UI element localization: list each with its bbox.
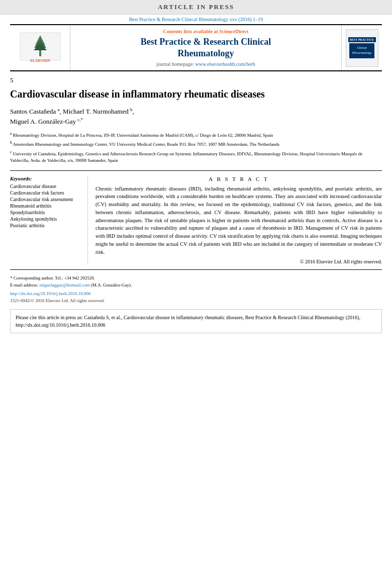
journal-homepage: journal homepage: www.elsevierhealth.com… bbox=[156, 61, 255, 67]
keywords-section: Keywords: Cardiovascular disease Cardiov… bbox=[10, 176, 88, 265]
keyword-6: Ankylosing spondylitis bbox=[10, 216, 82, 222]
banner-text: ARTICLE IN PRESS bbox=[158, 3, 234, 11]
issn-text: 1521-6942/© 2016 Elsevier Ltd. All right… bbox=[10, 298, 105, 303]
keyword-2: Cardiovascular risk factors bbox=[10, 190, 82, 196]
abstract-header: A B S T R A C T bbox=[95, 176, 382, 182]
sciencedirect-label: ScienceDirect bbox=[219, 29, 248, 34]
journal-title: Best Practice & Research Clinical Rheuma… bbox=[141, 36, 271, 60]
keyword-7: Psoriatic arthritis bbox=[10, 223, 82, 228]
svg-text:Rheumatology: Rheumatology bbox=[352, 51, 372, 54]
sciencedirect-line: Contents lists available at ScienceDirec… bbox=[163, 29, 249, 34]
affiliation-b: b Amsterdam Rheumatology and Immunology … bbox=[10, 140, 382, 148]
journal-header: ELSEVIER Contents lists available at Sci… bbox=[10, 24, 382, 71]
svg-text:Clinical: Clinical bbox=[357, 46, 366, 49]
journal-title-line2: Rheumatology bbox=[178, 48, 234, 58]
badge-logo-svg: Clinical Rheumatology bbox=[349, 43, 374, 58]
journal-name-box: Contents lists available at ScienceDirec… bbox=[70, 25, 342, 70]
svg-rect-1 bbox=[39, 50, 41, 56]
article-title: Cardiovascular disease in inflammatory r… bbox=[10, 87, 382, 101]
homepage-prefix: journal homepage: bbox=[156, 61, 195, 67]
journal-title-line1: Best Practice & Research Clinical bbox=[141, 37, 271, 47]
citation-text: Please cite this article in press as: Ca… bbox=[16, 315, 360, 328]
article-body: 5 Cardiovascular disease in inflammatory… bbox=[10, 71, 382, 264]
keywords-label: Keywords: bbox=[10, 176, 82, 181]
elsevier-logo-box: ELSEVIER bbox=[10, 25, 70, 70]
email-label: E-mail address: bbox=[10, 282, 38, 288]
badge-top: BEST PRACTICE bbox=[348, 37, 376, 42]
abstract-text: Chronic inflammatory rheumatic diseases … bbox=[95, 185, 382, 256]
article-in-press-banner: ARTICLE IN PRESS bbox=[0, 0, 392, 15]
svg-text:ELSEVIER: ELSEVIER bbox=[30, 58, 50, 63]
doi-text: http://dx.doi.org/10.1016/j.berh.2016.10… bbox=[10, 291, 91, 296]
corresponding-email[interactable]: miguelaggay@hotmail.com bbox=[39, 282, 89, 288]
divider-1 bbox=[10, 269, 382, 270]
email-suffix: (M.A. González-Gay). bbox=[91, 282, 132, 288]
keyword-3: Cardiovascular risk assessment bbox=[10, 197, 82, 202]
keyword-5: Spondyloarthritis bbox=[10, 210, 82, 215]
citation-box: Please cite this article in press as: Ca… bbox=[10, 309, 382, 333]
doi-line[interactable]: http://dx.doi.org/10.1016/j.berh.2016.10… bbox=[10, 291, 382, 298]
sciencedirect-prefix: Contents lists available at bbox=[163, 29, 220, 34]
homepage-url[interactable]: www.elsevierhealth.com/berh bbox=[195, 61, 255, 67]
authors-line: Santos Castañeda a, Michael T. Nurmohame… bbox=[10, 107, 382, 127]
copyright-line: © 2016 Elsevier Ltd. All rights reserved… bbox=[95, 259, 382, 264]
best-practice-badge: BEST PRACTICE Clinical Rheumatology bbox=[342, 25, 382, 70]
article-number: 5 bbox=[10, 76, 382, 84]
elsevier-logo-svg: ELSEVIER bbox=[18, 30, 63, 65]
keyword-4: Rheumatoid arthritis bbox=[10, 203, 82, 209]
abstract-section: A B S T R A C T Chronic inflammatory rhe… bbox=[95, 176, 382, 265]
corresponding-info: * Corresponding author. Tel.: +34 942 20… bbox=[10, 275, 382, 289]
badge-image: BEST PRACTICE Clinical Rheumatology bbox=[346, 29, 378, 67]
affiliation-a: a Rheumatology Division, Hospital de La … bbox=[10, 131, 382, 139]
keyword-1: Cardiovascular disease bbox=[10, 183, 82, 189]
affiliation-c: c University of Cantabria, Epidemiology,… bbox=[10, 149, 382, 164]
two-column-section: Keywords: Cardiovascular disease Cardiov… bbox=[10, 170, 382, 265]
journal-ref-line: Best Practice & Research Clinical Rheuma… bbox=[0, 15, 392, 23]
svg-rect-6 bbox=[349, 43, 374, 58]
affiliations: a Rheumatology Division, Hospital de La … bbox=[10, 131, 382, 164]
journal-ref-text: Best Practice & Research Clinical Rheuma… bbox=[129, 17, 263, 22]
issn-line: 1521-6942/© 2016 Elsevier Ltd. All right… bbox=[10, 298, 382, 305]
footer-notes: * Corresponding author. Tel.: +34 942 20… bbox=[10, 275, 382, 304]
elsevier-logo: ELSEVIER bbox=[18, 30, 63, 65]
corresponding-prefix: * Corresponding author. Tel.: +34 942 20… bbox=[10, 275, 95, 280]
